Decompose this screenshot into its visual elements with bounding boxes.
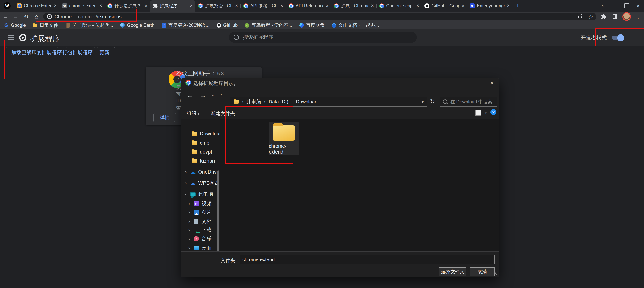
- bookmark-daily-files[interactable]: 日常文件: [33, 22, 58, 28]
- tab-github[interactable]: GitHub - GoogleChr ×: [422, 0, 467, 11]
- bookmark-kdocs[interactable]: 金山文档 · 一起办...: [332, 22, 379, 28]
- folder-name-input[interactable]: [240, 255, 494, 264]
- update-button[interactable]: 更新: [94, 47, 115, 58]
- tab-close-icon[interactable]: ×: [507, 3, 510, 9]
- breadcrumb-this-pc[interactable]: 此电脑: [246, 99, 261, 105]
- dialog-search[interactable]: [440, 97, 497, 107]
- tree-item-music[interactable]: ›♪音乐: [181, 235, 220, 243]
- view-mode-icon[interactable]: [475, 110, 481, 116]
- tab-api-reference-en[interactable]: API Reference - Chro ×: [286, 0, 331, 11]
- close-window-button[interactable]: ×: [632, 0, 644, 11]
- tab-extensions-dev[interactable]: 扩展 - Chrome 开发者 ×: [331, 0, 376, 11]
- tab-chrome-extends[interactable]: Chrome Extends扩展 ×: [14, 0, 60, 11]
- details-button[interactable]: 详情: [154, 113, 176, 122]
- breadcrumb-download[interactable]: Download: [296, 99, 318, 105]
- tab-close-icon[interactable]: ×: [99, 3, 102, 9]
- extensions-search-input[interactable]: [243, 34, 392, 40]
- forward-button[interactable]: →: [10, 11, 21, 22]
- breadcrumb-dropdown-icon[interactable]: ▾: [422, 99, 424, 105]
- pinned-tab[interactable]: W: [0, 0, 14, 11]
- nav-history-caret-icon[interactable]: ▾: [212, 93, 214, 98]
- folder-tile-chrome-extend[interactable]: chrome-extend: [269, 122, 298, 155]
- chevron-right-icon[interactable]: ›: [187, 227, 191, 233]
- tree-item-this-pc[interactable]: ›此电脑: [181, 190, 220, 198]
- tab-extensions-active[interactable]: 扩展程序 ×: [150, 0, 195, 11]
- tab-close-icon[interactable]: ×: [235, 3, 238, 9]
- home-button[interactable]: ⌂: [31, 11, 42, 22]
- pack-extension-button[interactable]: 打包扩展程序: [57, 47, 98, 58]
- extensions-puzzle-icon[interactable]: [599, 12, 608, 21]
- help-icon[interactable]: ?: [490, 109, 496, 115]
- tab-ngrok[interactable]: Enter your ngrok tok ×: [467, 0, 512, 11]
- nav-forward-icon[interactable]: →: [200, 92, 206, 99]
- new-tab-button[interactable]: +: [512, 0, 523, 11]
- tree-item-documents[interactable]: ›文档: [181, 217, 220, 226]
- tab-close-icon[interactable]: ×: [190, 3, 193, 9]
- bookmark-wuzi[interactable]: 吴子兵法－吴起兵...: [66, 22, 113, 28]
- resize-grip[interactable]: ▚: [495, 273, 498, 276]
- minimize-button[interactable]: –: [609, 0, 621, 11]
- tab-close-icon[interactable]: ×: [462, 3, 464, 9]
- nav-up-icon[interactable]: ↑: [220, 92, 223, 99]
- dialog-close-icon[interactable]: ×: [486, 78, 498, 87]
- share-icon[interactable]: [578, 13, 583, 20]
- select-folder-button[interactable]: 选择文件夹: [439, 267, 466, 276]
- nav-back-icon[interactable]: ←: [187, 92, 193, 99]
- chevron-right-icon[interactable]: ›: [187, 236, 191, 242]
- tree-item-onedrive[interactable]: ›☁OneDrive - Pers: [181, 168, 220, 176]
- bookmark-google-earth[interactable]: Google Earth: [120, 22, 154, 28]
- cancel-button[interactable]: 取消: [470, 267, 494, 276]
- extensions-search[interactable]: [229, 32, 417, 43]
- back-button[interactable]: ←: [0, 11, 10, 22]
- side-panel-icon[interactable]: [610, 12, 620, 21]
- chevron-down-icon[interactable]: ›: [183, 192, 189, 196]
- tree-item-videos[interactable]: ›▶视频: [181, 199, 220, 208]
- tab-close-icon[interactable]: ×: [416, 3, 419, 9]
- tab-search-icon[interactable]: ›: [598, 0, 609, 11]
- tree-item-cmp[interactable]: cmp: [181, 139, 220, 147]
- tab-close-icon[interactable]: ×: [280, 3, 283, 9]
- bookmark-star-icon[interactable]: ☆: [588, 13, 594, 20]
- tree-item-downloads[interactable]: ›↓下载: [181, 226, 220, 234]
- tab-content-scripts[interactable]: Content scripts - Ch ×: [376, 0, 422, 11]
- tab-close-icon[interactable]: ×: [54, 3, 57, 9]
- tree-item-download[interactable]: Download➤: [181, 129, 220, 138]
- view-mode-caret-icon[interactable]: ▾: [485, 111, 487, 115]
- tab-close-icon[interactable]: ×: [144, 3, 148, 9]
- profile-avatar[interactable]: [622, 12, 632, 21]
- tab-extension-hosting[interactable]: 扩展托管 - Chrome 开 ×: [195, 0, 241, 11]
- developer-mode-toggle[interactable]: [612, 35, 624, 40]
- bookmark-baidu-translate[interactable]: 译百度翻译-200种语...: [162, 22, 210, 28]
- chevron-right-icon[interactable]: ›: [187, 219, 191, 224]
- tab-what-is-extension[interactable]: 什么是扩展？ - Chro ×: [105, 0, 150, 11]
- tree-item-desktop[interactable]: ›桌面: [181, 244, 220, 252]
- chevron-right-icon[interactable]: ›: [187, 245, 191, 251]
- tab-chrome-extends-md[interactable]: md chrome-extends.md ×: [60, 0, 105, 11]
- chevron-right-icon[interactable]: ›: [187, 209, 191, 215]
- reload-button[interactable]: ↻: [21, 11, 31, 22]
- bookmark-github[interactable]: GitHub: [216, 22, 238, 28]
- chevron-right-icon[interactable]: ›: [187, 201, 191, 207]
- address-bar[interactable]: Chrome | chrome://extensions ☆: [43, 13, 596, 20]
- tree-item-wps[interactable]: ›☁WPS网盘: [181, 179, 220, 187]
- tree-item-tuzhan[interactable]: tuzhan: [181, 157, 220, 165]
- bookmark-runoob[interactable]: </>菜鸟教程 - 学的不...: [245, 22, 292, 28]
- tab-close-icon[interactable]: ×: [326, 3, 328, 9]
- tree-item-devpt[interactable]: devpt: [181, 148, 220, 156]
- hamburger-menu-icon[interactable]: [8, 35, 14, 40]
- file-list-area[interactable]: chrome-extend: [220, 119, 499, 252]
- bookmark-google[interactable]: GGoogle: [4, 22, 26, 28]
- dialog-search-input[interactable]: [450, 99, 496, 105]
- tab-close-icon[interactable]: ×: [371, 3, 374, 9]
- breadcrumb-data-d[interactable]: Data (D:): [268, 99, 288, 105]
- refresh-icon[interactable]: ↻: [430, 98, 435, 105]
- new-folder-button[interactable]: 新建文件夹: [211, 110, 235, 117]
- chevron-right-icon[interactable]: ›: [184, 180, 188, 186]
- tree-scrollbar[interactable]: [217, 170, 220, 252]
- restore-button[interactable]: [621, 0, 632, 11]
- chevron-right-icon[interactable]: ›: [184, 169, 188, 175]
- dialog-titlebar[interactable]: 选择扩展程序目录。 ×: [181, 78, 499, 87]
- menu-kebab-icon[interactable]: ⋮: [634, 12, 643, 21]
- bookmark-baidu-pan[interactable]: 百度网盘: [299, 22, 325, 28]
- organize-button[interactable]: 组织 ▾: [186, 110, 199, 117]
